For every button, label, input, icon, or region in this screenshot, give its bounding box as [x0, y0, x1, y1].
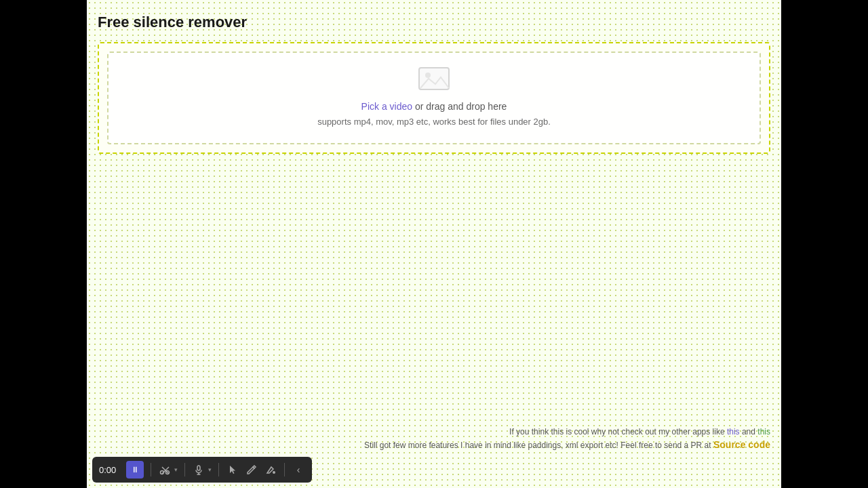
page-title: Free silence remover	[98, 14, 770, 31]
info-line-1: If you think this is cool why not check …	[364, 427, 770, 436]
microphone-icon[interactable]	[192, 463, 205, 476]
collapse-icon[interactable]: ‹	[292, 463, 305, 476]
this-link-2[interactable]: this	[757, 427, 770, 436]
mic-dropdown-arrow[interactable]: ▾	[208, 466, 212, 473]
pencil-icon[interactable]	[245, 463, 258, 476]
svg-point-9	[273, 471, 275, 474]
cut-dropdown-arrow[interactable]: ▾	[174, 466, 178, 473]
toolbar-separator-4	[284, 463, 285, 476]
pause-icon: ⏸	[131, 465, 139, 474]
toolbar-time: 0:00	[99, 465, 121, 475]
info-prefix-2: Still got few more features I have in mi…	[364, 441, 713, 450]
image-icon	[418, 66, 450, 91]
info-prefix-1: If you think this is cool why not check …	[509, 427, 727, 436]
bucket-icon[interactable]	[264, 463, 277, 476]
cut-icon[interactable]	[158, 463, 172, 476]
toolbar-separator-1	[151, 463, 151, 476]
outer-drop-zone: Pick a video or drag and drop here suppo…	[98, 42, 770, 154]
chevron-left-icon: ‹	[297, 464, 300, 475]
info-line-2: Still got few more features I have in mi…	[364, 439, 770, 450]
info-and: and	[740, 427, 758, 436]
this-link-1[interactable]: this	[727, 427, 740, 436]
pause-button[interactable]: ⏸	[126, 461, 144, 479]
inner-drop-zone[interactable]: Pick a video or drag and drop here suppo…	[107, 52, 761, 144]
pick-video-link[interactable]: Pick a video	[361, 101, 412, 112]
drop-zone-text: Pick a video or drag and drop here suppo…	[317, 99, 551, 129]
svg-rect-0	[419, 68, 449, 89]
drop-zone-subtext: supports mp4, mov, mp3 etc, works best f…	[317, 115, 551, 129]
svg-point-1	[425, 73, 431, 78]
cursor-icon[interactable]	[226, 463, 239, 476]
toolbar-separator-2	[184, 463, 185, 476]
drop-text-main: or drag and drop here	[412, 101, 507, 112]
bottom-info: If you think this is cool why not check …	[364, 427, 770, 453]
source-code-link[interactable]: Source code	[713, 439, 770, 450]
toolbar-separator-3	[218, 463, 219, 476]
toolbar: 0:00 ⏸ ▾ ▾	[92, 457, 312, 483]
svg-rect-6	[197, 466, 200, 470]
